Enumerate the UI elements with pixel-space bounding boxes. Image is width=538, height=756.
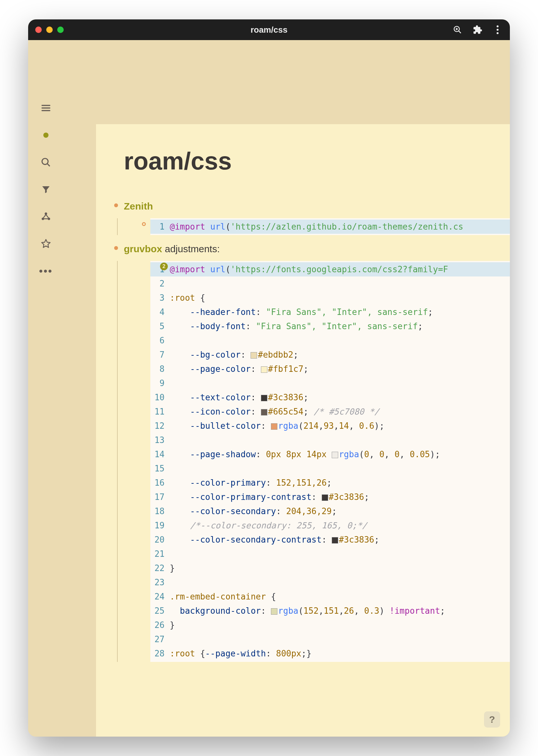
filter-icon[interactable]: [39, 183, 52, 196]
code-block: 1 @import url(@import url('https://azlen…: [150, 218, 510, 235]
page-title[interactable]: roam/css: [114, 147, 510, 175]
code-line: 4 --header-font: "Fira Sans", "Inter", s…: [150, 305, 510, 319]
svg-line-1: [459, 31, 461, 33]
close-window-button[interactable]: [35, 27, 42, 33]
titlebar: roam/css: [28, 20, 510, 40]
graph-icon[interactable]: [39, 210, 52, 223]
menu-dots-icon[interactable]: [492, 25, 503, 35]
code-editor[interactable]: 1 @import url(@import url('https://azlen…: [150, 218, 510, 235]
code-line: 16 --color-primary: 152,151,26;: [150, 476, 510, 490]
menu-icon[interactable]: [39, 101, 52, 115]
code-line: 15: [150, 461, 510, 476]
block-text[interactable]: gruvbox adjustments:: [124, 243, 220, 254]
code-line: 23: [150, 575, 510, 589]
page-wrap: roam/css Zenith 1 @import url(@import ur…: [64, 40, 510, 736]
code-line: 18 --color-secondary: 204,36,29;: [150, 504, 510, 518]
svg-line-11: [47, 164, 50, 166]
code-line: 13: [150, 433, 510, 447]
code-line: 22}: [150, 561, 510, 575]
code-line: 24.rm-embed-container {: [150, 589, 510, 604]
maximize-window-button[interactable]: [57, 27, 64, 33]
zoom-icon[interactable]: [452, 25, 463, 35]
star-icon[interactable]: [39, 237, 52, 250]
left-sidebar: •••: [28, 40, 64, 736]
svg-point-4: [497, 25, 499, 27]
minimize-window-button[interactable]: [46, 27, 53, 33]
page: roam/css Zenith 1 @import url(@import ur…: [96, 124, 510, 736]
code-line: 19 /*--color-secondary: 255, 165, 0;*/: [150, 518, 510, 533]
code-line: 7 --bg-color: #ebdbb2;: [150, 348, 510, 362]
code-line: 11 --icon-color: #665c54; /* #5c7080 */: [150, 405, 510, 419]
code-editor[interactable]: 1@import url('https://fonts.googleapis.c…: [150, 261, 510, 662]
bullet-icon[interactable]: [142, 222, 146, 226]
code-line: 21: [150, 547, 510, 561]
bullet-icon[interactable]: [114, 203, 118, 207]
code-line: 5 --body-font: "Fira Sans", "Inter", san…: [150, 319, 510, 333]
code-line[interactable]: 1 @import url(@import url('https://azlen…: [150, 220, 510, 234]
help-button[interactable]: ?: [484, 711, 500, 728]
window-title: roam/css: [250, 25, 288, 35]
code-line: 10 --text-color: #3c3836;: [150, 390, 510, 405]
code-line: 8 --page-color: #fbf1c7;: [150, 362, 510, 376]
block-text[interactable]: Zenith: [124, 201, 153, 212]
code-line: 26}: [150, 618, 510, 632]
code-line: 25 background-color: rgba(152,151,26, 0.…: [150, 604, 510, 618]
code-line: 14 --page-shadow: 0px 8px 14px rgba(0, 0…: [150, 447, 510, 461]
code-line: 2: [150, 277, 510, 291]
code-line: 3:root {: [150, 291, 510, 305]
code-line: 20 --color-secondary-contrast: #3c3836;: [150, 533, 510, 547]
code-line: 12 --bullet-color: rgba(214,93,14, 0.6);: [150, 419, 510, 433]
daily-notes-icon[interactable]: [39, 129, 52, 142]
block: gruvbox adjustments:: [114, 243, 510, 254]
code-line: 6: [150, 333, 510, 348]
code-block: 2 1@import url('https://fonts.googleapis…: [150, 261, 510, 662]
svg-point-5: [497, 29, 499, 31]
traffic-lights: [35, 27, 64, 33]
code-line: 9: [150, 376, 510, 390]
code-line: 17 --color-primary-contrast: #3c3836;: [150, 490, 510, 504]
bullet-icon[interactable]: [114, 246, 118, 250]
block: Zenith: [114, 201, 510, 212]
search-icon[interactable]: [39, 156, 52, 169]
app-body: ••• roam/css Zenith 1: [28, 40, 510, 736]
code-line: 1@import url('https://fonts.googleapis.c…: [150, 262, 510, 277]
more-icon[interactable]: •••: [39, 264, 52, 277]
code-line: 27: [150, 632, 510, 646]
reference-count-badge[interactable]: 2: [160, 263, 168, 270]
svg-point-6: [497, 32, 499, 34]
extensions-icon[interactable]: [472, 25, 483, 35]
code-line: 28:root {--page-width: 800px;}: [150, 646, 510, 661]
svg-point-12: [45, 212, 47, 215]
svg-point-10: [42, 158, 48, 165]
app-window: roam/css: [28, 20, 510, 736]
